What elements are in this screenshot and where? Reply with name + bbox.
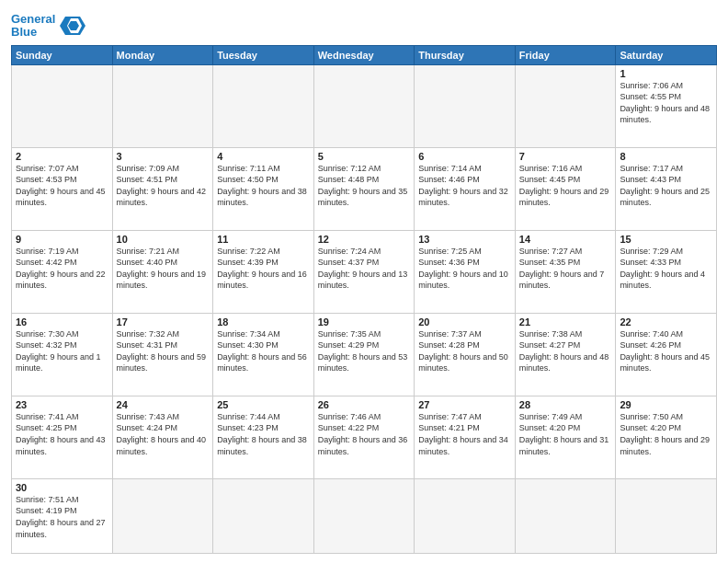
calendar-cell: 3Sunrise: 7:09 AM Sunset: 4:51 PM Daylig… xyxy=(112,147,213,230)
calendar-cell: 8Sunrise: 7:17 AM Sunset: 4:43 PM Daylig… xyxy=(616,147,717,230)
day-info: Sunrise: 7:44 AM Sunset: 4:23 PM Dayligh… xyxy=(217,411,310,457)
calendar-cell xyxy=(12,64,113,147)
day-number: 4 xyxy=(217,151,310,162)
day-number: 16 xyxy=(16,316,108,327)
calendar-cell xyxy=(213,64,314,147)
day-info: Sunrise: 7:47 AM Sunset: 4:21 PM Dayligh… xyxy=(418,411,511,457)
day-info: Sunrise: 7:29 AM Sunset: 4:33 PM Dayligh… xyxy=(620,246,712,292)
calendar-cell: 28Sunrise: 7:49 AM Sunset: 4:20 PM Dayli… xyxy=(515,396,616,478)
day-info: Sunrise: 7:30 AM Sunset: 4:32 PM Dayligh… xyxy=(16,328,108,374)
day-info: Sunrise: 7:38 AM Sunset: 4:27 PM Dayligh… xyxy=(519,328,612,374)
calendar-week-1: 1Sunrise: 7:06 AM Sunset: 4:55 PM Daylig… xyxy=(12,64,717,147)
calendar-cell xyxy=(415,64,516,147)
logo-general: General xyxy=(11,12,55,26)
day-number: 26 xyxy=(318,399,411,410)
calendar: SundayMondayTuesdayWednesdayThursdayFrid… xyxy=(11,45,717,554)
calendar-cell: 27Sunrise: 7:47 AM Sunset: 4:21 PM Dayli… xyxy=(415,396,516,478)
day-number: 17 xyxy=(117,316,210,327)
calendar-week-6: 30Sunrise: 7:51 AM Sunset: 4:19 PM Dayli… xyxy=(12,478,717,553)
day-info: Sunrise: 7:37 AM Sunset: 4:28 PM Dayligh… xyxy=(418,328,511,374)
day-number: 9 xyxy=(16,234,108,245)
calendar-cell: 29Sunrise: 7:50 AM Sunset: 4:20 PM Dayli… xyxy=(616,396,717,478)
day-info: Sunrise: 7:46 AM Sunset: 4:22 PM Dayligh… xyxy=(318,411,411,457)
calendar-cell: 6Sunrise: 7:14 AM Sunset: 4:46 PM Daylig… xyxy=(415,147,516,230)
calendar-cell xyxy=(112,64,213,147)
day-number: 6 xyxy=(418,151,511,162)
calendar-cell: 18Sunrise: 7:34 AM Sunset: 4:30 PM Dayli… xyxy=(213,313,314,396)
day-number: 1 xyxy=(620,68,712,79)
header: General Blue xyxy=(11,9,717,40)
day-info: Sunrise: 7:21 AM Sunset: 4:40 PM Dayligh… xyxy=(117,246,210,292)
calendar-cell: 4Sunrise: 7:11 AM Sunset: 4:50 PM Daylig… xyxy=(213,147,314,230)
day-info: Sunrise: 7:11 AM Sunset: 4:50 PM Dayligh… xyxy=(217,163,310,209)
day-number: 14 xyxy=(519,234,612,245)
day-number: 30 xyxy=(16,482,108,493)
day-info: Sunrise: 7:43 AM Sunset: 4:24 PM Dayligh… xyxy=(117,411,210,457)
calendar-cell: 14Sunrise: 7:27 AM Sunset: 4:35 PM Dayli… xyxy=(515,230,616,313)
weekday-header-row: SundayMondayTuesdayWednesdayThursdayFrid… xyxy=(12,45,717,64)
day-info: Sunrise: 7:32 AM Sunset: 4:31 PM Dayligh… xyxy=(117,328,210,374)
calendar-cell: 5Sunrise: 7:12 AM Sunset: 4:48 PM Daylig… xyxy=(313,147,415,230)
calendar-cell: 2Sunrise: 7:07 AM Sunset: 4:53 PM Daylig… xyxy=(12,147,113,230)
calendar-cell: 22Sunrise: 7:40 AM Sunset: 4:26 PM Dayli… xyxy=(616,313,717,396)
page: General Blue SundayMondayTuesdayWednesda… xyxy=(0,0,728,563)
weekday-header-monday: Monday xyxy=(112,45,213,64)
day-number: 28 xyxy=(519,399,612,410)
calendar-cell: 17Sunrise: 7:32 AM Sunset: 4:31 PM Dayli… xyxy=(112,313,213,396)
day-number: 2 xyxy=(16,151,108,162)
calendar-cell: 12Sunrise: 7:24 AM Sunset: 4:37 PM Dayli… xyxy=(313,230,415,313)
calendar-cell: 10Sunrise: 7:21 AM Sunset: 4:40 PM Dayli… xyxy=(112,230,213,313)
calendar-cell: 15Sunrise: 7:29 AM Sunset: 4:33 PM Dayli… xyxy=(616,230,717,313)
calendar-cell xyxy=(515,478,616,553)
calendar-cell: 1Sunrise: 7:06 AM Sunset: 4:55 PM Daylig… xyxy=(616,64,717,147)
day-info: Sunrise: 7:25 AM Sunset: 4:36 PM Dayligh… xyxy=(418,246,511,292)
calendar-cell: 25Sunrise: 7:44 AM Sunset: 4:23 PM Dayli… xyxy=(213,396,314,478)
day-info: Sunrise: 7:22 AM Sunset: 4:39 PM Dayligh… xyxy=(217,246,310,292)
day-number: 19 xyxy=(318,316,411,327)
day-number: 11 xyxy=(217,234,310,245)
day-info: Sunrise: 7:40 AM Sunset: 4:26 PM Dayligh… xyxy=(620,328,712,374)
calendar-cell: 24Sunrise: 7:43 AM Sunset: 4:24 PM Dayli… xyxy=(112,396,213,478)
calendar-cell xyxy=(515,64,616,147)
calendar-cell xyxy=(415,478,516,553)
weekday-header-thursday: Thursday xyxy=(415,45,516,64)
calendar-week-5: 23Sunrise: 7:41 AM Sunset: 4:25 PM Dayli… xyxy=(12,396,717,478)
calendar-cell: 30Sunrise: 7:51 AM Sunset: 4:19 PM Dayli… xyxy=(12,478,113,553)
calendar-cell: 13Sunrise: 7:25 AM Sunset: 4:36 PM Dayli… xyxy=(415,230,516,313)
day-number: 7 xyxy=(519,151,612,162)
logo-blue: Blue xyxy=(11,25,37,39)
calendar-cell: 7Sunrise: 7:16 AM Sunset: 4:45 PM Daylig… xyxy=(515,147,616,230)
day-number: 18 xyxy=(217,316,310,327)
calendar-cell: 16Sunrise: 7:30 AM Sunset: 4:32 PM Dayli… xyxy=(12,313,113,396)
day-number: 3 xyxy=(117,151,210,162)
day-info: Sunrise: 7:34 AM Sunset: 4:30 PM Dayligh… xyxy=(217,328,310,374)
day-number: 29 xyxy=(620,399,712,410)
day-number: 27 xyxy=(418,399,511,410)
calendar-week-3: 9Sunrise: 7:19 AM Sunset: 4:42 PM Daylig… xyxy=(12,230,717,313)
day-info: Sunrise: 7:50 AM Sunset: 4:20 PM Dayligh… xyxy=(620,411,712,457)
calendar-cell: 20Sunrise: 7:37 AM Sunset: 4:28 PM Dayli… xyxy=(415,313,516,396)
weekday-header-sunday: Sunday xyxy=(12,45,113,64)
calendar-week-4: 16Sunrise: 7:30 AM Sunset: 4:32 PM Dayli… xyxy=(12,313,717,396)
weekday-header-wednesday: Wednesday xyxy=(313,45,415,64)
day-info: Sunrise: 7:16 AM Sunset: 4:45 PM Dayligh… xyxy=(519,163,612,209)
calendar-week-2: 2Sunrise: 7:07 AM Sunset: 4:53 PM Daylig… xyxy=(12,147,717,230)
day-info: Sunrise: 7:19 AM Sunset: 4:42 PM Dayligh… xyxy=(16,246,108,292)
day-number: 24 xyxy=(117,399,210,410)
day-info: Sunrise: 7:27 AM Sunset: 4:35 PM Dayligh… xyxy=(519,246,612,292)
day-number: 23 xyxy=(16,399,108,410)
calendar-cell xyxy=(213,478,314,553)
logo-icon xyxy=(58,13,87,39)
calendar-cell: 26Sunrise: 7:46 AM Sunset: 4:22 PM Dayli… xyxy=(313,396,415,478)
day-info: Sunrise: 7:51 AM Sunset: 4:19 PM Dayligh… xyxy=(16,494,108,540)
calendar-cell xyxy=(616,478,717,553)
weekday-header-friday: Friday xyxy=(515,45,616,64)
day-info: Sunrise: 7:06 AM Sunset: 4:55 PM Dayligh… xyxy=(620,80,712,126)
day-number: 15 xyxy=(620,234,712,245)
day-info: Sunrise: 7:14 AM Sunset: 4:46 PM Dayligh… xyxy=(418,163,511,209)
logo: General Blue xyxy=(11,13,87,40)
day-number: 8 xyxy=(620,151,712,162)
day-number: 5 xyxy=(318,151,411,162)
day-info: Sunrise: 7:41 AM Sunset: 4:25 PM Dayligh… xyxy=(16,411,108,457)
day-number: 21 xyxy=(519,316,612,327)
